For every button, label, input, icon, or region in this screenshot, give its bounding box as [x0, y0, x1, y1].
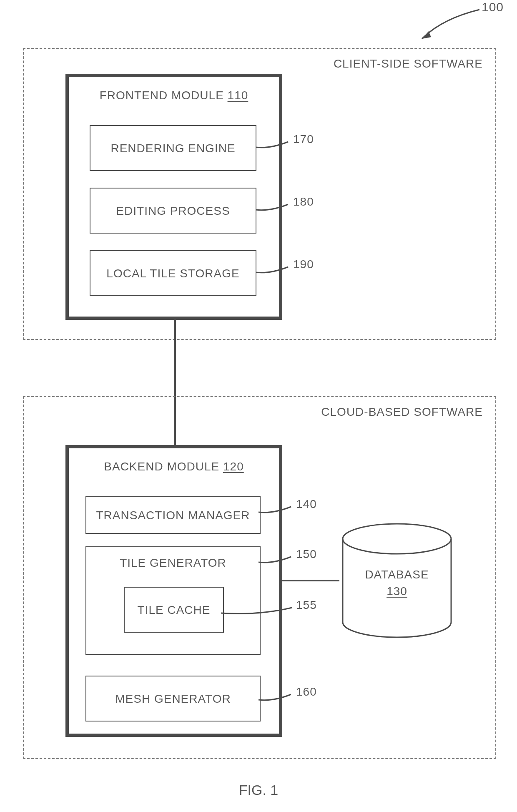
ref-190: 190	[293, 258, 314, 271]
backend-module: BACKEND MODULE 120 TRANSACTION MANAGER T…	[65, 445, 282, 737]
tile-generator-label: TILE GENERATOR	[86, 556, 260, 570]
ref-160: 160	[296, 685, 317, 699]
system-ref-label: 100	[482, 0, 504, 14]
ref-180: 180	[293, 195, 314, 209]
backend-title: BACKEND MODULE	[104, 460, 219, 473]
tile-cache-label: TILE CACHE	[125, 603, 223, 617]
ref-140: 140	[296, 498, 317, 511]
frontend-ref: 110	[228, 89, 248, 102]
ref-155: 155	[296, 598, 317, 612]
database-cylinder: DATABASE 130	[339, 522, 455, 639]
ref-leader-150	[258, 555, 296, 567]
backend-database-connector	[282, 580, 339, 581]
mesh-generator-label: MESH GENERATOR	[86, 692, 260, 706]
system-ref-arrow	[417, 6, 488, 44]
cloud-based-title: CLOUD-BASED SOFTWARE	[321, 405, 483, 419]
ref-leader-180	[256, 202, 293, 215]
mesh-generator-box: MESH GENERATOR	[85, 676, 261, 721]
ref-170: 170	[293, 133, 314, 146]
editing-process-box: EDITING PROCESS	[90, 188, 256, 234]
backend-ref: 120	[223, 460, 244, 473]
tile-cache-box: TILE CACHE	[124, 587, 224, 633]
database-label: DATABASE	[339, 568, 455, 581]
frontend-module: FRONTEND MODULE 110 RENDERING ENGINE EDI…	[65, 74, 282, 320]
tile-generator-box: TILE GENERATOR TILE CACHE	[85, 546, 261, 655]
database-ref: 130	[339, 585, 455, 598]
client-side-title: CLIENT-SIDE SOFTWARE	[334, 57, 483, 70]
editing-process-label: EDITING PROCESS	[90, 204, 256, 218]
local-tile-storage-label: LOCAL TILE STORAGE	[90, 267, 256, 280]
frontend-title-line: FRONTEND MODULE 110	[69, 89, 279, 102]
diagram-canvas: 100 CLIENT-SIDE SOFTWARE FRONTEND MODULE…	[0, 0, 517, 812]
transaction-manager-label: TRANSACTION MANAGER	[86, 509, 260, 522]
ref-150: 150	[296, 548, 317, 561]
ref-leader-155	[221, 606, 296, 618]
svg-point-1	[343, 524, 451, 554]
client-side-container: CLIENT-SIDE SOFTWARE FRONTEND MODULE 110…	[23, 48, 496, 340]
backend-title-line: BACKEND MODULE 120	[69, 460, 279, 473]
ref-leader-170	[256, 140, 293, 152]
figure-caption: FIG. 1	[239, 782, 278, 798]
local-tile-storage-box: LOCAL TILE STORAGE	[90, 250, 256, 296]
transaction-manager-box: TRANSACTION MANAGER	[85, 496, 261, 534]
ref-leader-140	[258, 505, 296, 517]
ref-leader-160	[258, 692, 296, 705]
frontend-title: FRONTEND MODULE	[100, 89, 224, 102]
rendering-engine-box: RENDERING ENGINE	[90, 125, 256, 171]
rendering-engine-label: RENDERING ENGINE	[90, 142, 256, 155]
ref-leader-190	[256, 265, 293, 277]
